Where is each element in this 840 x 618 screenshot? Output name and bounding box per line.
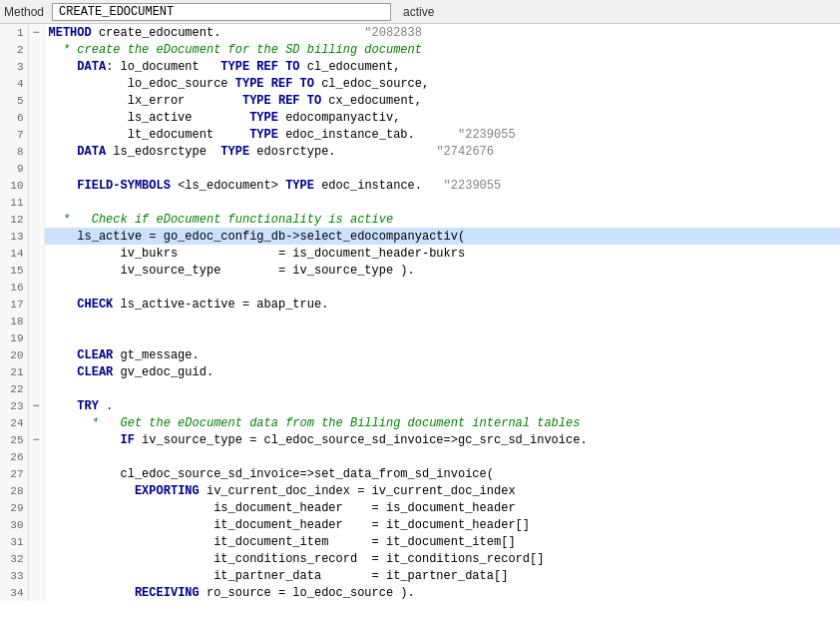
line-number: 33 bbox=[0, 567, 28, 584]
table-row[interactable]: 23− TRY . bbox=[0, 397, 840, 414]
table-row[interactable]: 27 cl_edoc_source_sd_invoice=>set_data_f… bbox=[0, 465, 840, 482]
table-row[interactable]: 13 ls_active = go_edoc_config_db->select… bbox=[0, 228, 840, 245]
method-input[interactable] bbox=[52, 3, 391, 21]
expand-icon bbox=[28, 75, 44, 92]
code-line: * Check if eDocument functionality is ac… bbox=[44, 211, 840, 228]
code-line: iv_bukrs = is_document_header-bukrs bbox=[44, 245, 840, 262]
expand-icon bbox=[28, 499, 44, 516]
line-number: 2 bbox=[0, 41, 28, 58]
line-number: 16 bbox=[0, 279, 28, 296]
code-line: iv_source_type = iv_source_type ). bbox=[44, 262, 840, 279]
table-row[interactable]: 15 iv_source_type = iv_source_type ). bbox=[0, 262, 840, 279]
code-line: * Get the eDocument data from the Billin… bbox=[44, 414, 840, 431]
code-line: FIELD-SYMBOLS <ls_edocument> TYPE edoc_i… bbox=[44, 177, 840, 194]
line-number: 3 bbox=[0, 58, 28, 75]
table-row[interactable]: 31 it_document_item = it_document_item[] bbox=[0, 533, 840, 550]
table-row[interactable]: 19 bbox=[0, 329, 840, 346]
code-line bbox=[44, 329, 840, 346]
line-number: 29 bbox=[0, 499, 28, 516]
table-row[interactable]: 25− IF iv_source_type = cl_edoc_source_s… bbox=[0, 431, 840, 448]
table-row[interactable]: 5 lx_error TYPE REF TO cx_edocument, bbox=[0, 92, 840, 109]
expand-icon[interactable]: − bbox=[28, 397, 44, 414]
expand-icon bbox=[28, 194, 44, 211]
code-line bbox=[44, 448, 840, 465]
expand-icon bbox=[28, 58, 44, 75]
code-line: lo_edoc_source TYPE REF TO cl_edoc_sourc… bbox=[44, 75, 840, 92]
line-number: 19 bbox=[0, 329, 28, 346]
expand-icon bbox=[28, 363, 44, 380]
line-number: 20 bbox=[0, 346, 28, 363]
expand-icon bbox=[28, 245, 44, 262]
expand-icon[interactable]: − bbox=[28, 431, 44, 448]
table-row[interactable]: 34 RECEIVING ro_source = lo_edoc_source … bbox=[0, 584, 840, 601]
code-line: DATA: lo_document TYPE REF TO cl_edocume… bbox=[44, 58, 840, 75]
line-number: 13 bbox=[0, 228, 28, 245]
line-number: 23 bbox=[0, 397, 28, 414]
table-row[interactable]: 12 * Check if eDocument functionality is… bbox=[0, 211, 840, 228]
line-number: 21 bbox=[0, 363, 28, 380]
table-row[interactable]: 16 bbox=[0, 279, 840, 296]
method-bar: Method active bbox=[0, 0, 840, 24]
table-row[interactable]: 6 ls_active TYPE edocompanyactiv, bbox=[0, 109, 840, 126]
table-row[interactable]: 18 bbox=[0, 312, 840, 329]
code-container: 1−METHOD create_edocument. "20828382 * c… bbox=[0, 24, 840, 618]
expand-icon[interactable]: − bbox=[28, 24, 44, 41]
table-row[interactable]: 28 EXPORTING iv_current_doc_index = iv_c… bbox=[0, 482, 840, 499]
line-number: 5 bbox=[0, 92, 28, 109]
code-line: is_document_header = is_document_header bbox=[44, 499, 840, 516]
expand-icon bbox=[28, 465, 44, 482]
code-line bbox=[44, 380, 840, 397]
code-line: lt_edocument TYPE edoc_instance_tab. "22… bbox=[44, 126, 840, 143]
code-line bbox=[44, 160, 840, 177]
table-row[interactable]: 1−METHOD create_edocument. "2082838 bbox=[0, 24, 840, 41]
line-number: 25 bbox=[0, 431, 28, 448]
line-number: 11 bbox=[0, 194, 28, 211]
code-line: lx_error TYPE REF TO cx_edocument, bbox=[44, 92, 840, 109]
table-row[interactable]: 4 lo_edoc_source TYPE REF TO cl_edoc_sou… bbox=[0, 75, 840, 92]
table-row[interactable]: 33 it_partner_data = it_partner_data[] bbox=[0, 567, 840, 584]
expand-icon bbox=[28, 380, 44, 397]
table-row[interactable]: 22 bbox=[0, 380, 840, 397]
table-row[interactable]: 30 it_document_header = it_document_head… bbox=[0, 516, 840, 533]
expand-icon bbox=[28, 448, 44, 465]
table-row[interactable]: 10 FIELD-SYMBOLS <ls_edocument> TYPE edo… bbox=[0, 177, 840, 194]
expand-icon bbox=[28, 482, 44, 499]
code-line: RECEIVING ro_source = lo_edoc_source ). bbox=[44, 584, 840, 601]
expand-icon bbox=[28, 126, 44, 143]
table-row[interactable]: 2 * create the eDocument for the SD bill… bbox=[0, 41, 840, 58]
line-number: 10 bbox=[0, 177, 28, 194]
table-row[interactable]: 11 bbox=[0, 194, 840, 211]
status-badge: active bbox=[403, 5, 434, 19]
code-line: IF iv_source_type = cl_edoc_source_sd_in… bbox=[44, 431, 840, 448]
expand-icon bbox=[28, 177, 44, 194]
table-row[interactable]: 3 DATA: lo_document TYPE REF TO cl_edocu… bbox=[0, 58, 840, 75]
table-row[interactable]: 24 * Get the eDocument data from the Bil… bbox=[0, 414, 840, 431]
line-number: 8 bbox=[0, 143, 28, 160]
table-row[interactable]: 20 CLEAR gt_message. bbox=[0, 346, 840, 363]
code-line bbox=[44, 279, 840, 296]
line-number: 12 bbox=[0, 211, 28, 228]
table-row[interactable]: 8 DATA ls_edosrctype TYPE edosrctype. "2… bbox=[0, 143, 840, 160]
line-number: 18 bbox=[0, 312, 28, 329]
expand-icon bbox=[28, 92, 44, 109]
line-number: 14 bbox=[0, 245, 28, 262]
line-number: 26 bbox=[0, 448, 28, 465]
table-row[interactable]: 14 iv_bukrs = is_document_header-bukrs bbox=[0, 245, 840, 262]
code-line bbox=[44, 194, 840, 211]
code-line bbox=[44, 312, 840, 329]
table-row[interactable]: 21 CLEAR gv_edoc_guid. bbox=[0, 363, 840, 380]
table-row[interactable]: 7 lt_edocument TYPE edoc_instance_tab. "… bbox=[0, 126, 840, 143]
table-row[interactable]: 9 bbox=[0, 160, 840, 177]
table-row[interactable]: 32 it_conditions_record = it_conditions_… bbox=[0, 550, 840, 567]
line-number: 22 bbox=[0, 380, 28, 397]
expand-icon bbox=[28, 584, 44, 601]
code-line: it_document_header = it_document_header[… bbox=[44, 516, 840, 533]
table-row[interactable]: 17 CHECK ls_active-active = abap_true. bbox=[0, 296, 840, 312]
line-number: 1 bbox=[0, 24, 28, 41]
table-row[interactable]: 29 is_document_header = is_document_head… bbox=[0, 499, 840, 516]
table-row[interactable]: 26 bbox=[0, 448, 840, 465]
expand-icon bbox=[28, 516, 44, 533]
code-table: 1−METHOD create_edocument. "20828382 * c… bbox=[0, 24, 840, 601]
line-number: 7 bbox=[0, 126, 28, 143]
line-number: 9 bbox=[0, 160, 28, 177]
